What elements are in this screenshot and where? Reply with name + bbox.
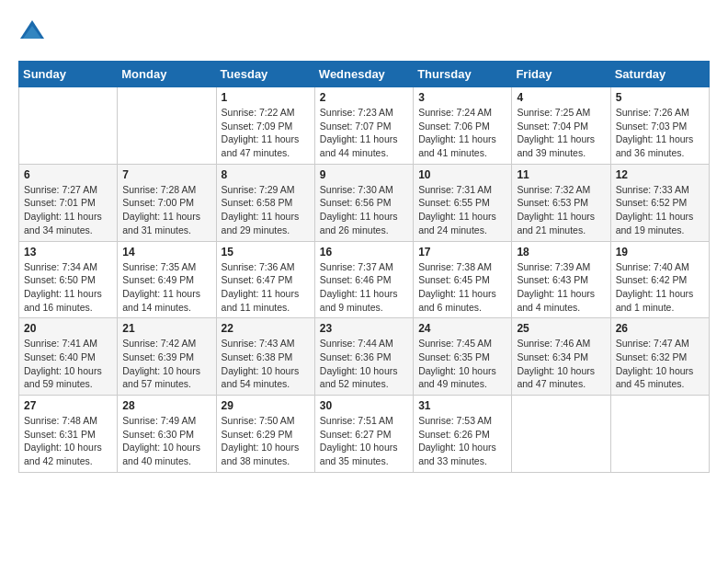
day-info: Sunrise: 7:48 AM Sunset: 6:31 PM Dayligh… [24, 414, 112, 468]
day-info: Sunrise: 7:43 AM Sunset: 6:38 PM Dayligh… [222, 337, 310, 391]
calendar-cell: 15Sunrise: 7:36 AM Sunset: 6:47 PM Dayli… [216, 241, 314, 318]
day-info: Sunrise: 7:32 AM Sunset: 6:53 PM Dayligh… [517, 183, 605, 237]
day-number: 30 [320, 399, 408, 412]
calendar-cell: 6Sunrise: 7:27 AM Sunset: 7:01 PM Daylig… [19, 164, 118, 241]
day-info: Sunrise: 7:34 AM Sunset: 6:50 PM Dayligh… [24, 260, 112, 315]
header-saturday: Saturday [610, 62, 709, 87]
day-number: 15 [222, 246, 310, 259]
header-thursday: Thursday [414, 62, 512, 87]
calendar-cell: 31Sunrise: 7:53 AM Sunset: 6:26 PM Dayli… [414, 396, 512, 473]
calendar-cell [19, 87, 118, 165]
day-number: 22 [222, 322, 310, 335]
day-info: Sunrise: 7:37 AM Sunset: 6:46 PM Dayligh… [320, 260, 408, 315]
header-monday: Monday [118, 62, 216, 87]
day-info: Sunrise: 7:50 AM Sunset: 6:29 PM Dayligh… [222, 414, 310, 468]
calendar-cell: 16Sunrise: 7:37 AM Sunset: 6:46 PM Dayli… [314, 241, 413, 318]
calendar-cell: 17Sunrise: 7:38 AM Sunset: 6:45 PM Dayli… [414, 241, 512, 318]
day-info: Sunrise: 7:53 AM Sunset: 6:26 PM Dayligh… [418, 414, 506, 468]
calendar-cell: 18Sunrise: 7:39 AM Sunset: 6:43 PM Dayli… [512, 241, 610, 318]
day-info: Sunrise: 7:47 AM Sunset: 6:32 PM Dayligh… [616, 337, 704, 391]
calendar-cell: 3Sunrise: 7:24 AM Sunset: 7:06 PM Daylig… [414, 87, 512, 165]
header-wednesday: Wednesday [314, 62, 413, 87]
day-number: 21 [122, 322, 210, 335]
calendar-cell: 29Sunrise: 7:50 AM Sunset: 6:29 PM Dayli… [216, 396, 314, 473]
day-info: Sunrise: 7:49 AM Sunset: 6:30 PM Dayligh… [122, 414, 210, 468]
day-info: Sunrise: 7:35 AM Sunset: 6:49 PM Dayligh… [122, 260, 210, 315]
day-info: Sunrise: 7:41 AM Sunset: 6:40 PM Dayligh… [24, 337, 112, 391]
day-info: Sunrise: 7:42 AM Sunset: 6:39 PM Dayligh… [122, 337, 210, 391]
day-number: 28 [122, 399, 210, 412]
calendar-cell: 1Sunrise: 7:22 AM Sunset: 7:09 PM Daylig… [216, 87, 314, 165]
day-info: Sunrise: 7:33 AM Sunset: 6:52 PM Dayligh… [616, 183, 704, 237]
day-number: 6 [24, 168, 112, 181]
day-info: Sunrise: 7:24 AM Sunset: 7:06 PM Dayligh… [418, 106, 506, 160]
day-number: 4 [517, 91, 605, 104]
day-info: Sunrise: 7:28 AM Sunset: 7:00 PM Dayligh… [122, 183, 210, 237]
day-number: 13 [24, 246, 112, 259]
day-number: 25 [517, 322, 605, 335]
day-number: 9 [320, 168, 408, 181]
day-number: 11 [517, 168, 605, 181]
logo [18, 18, 50, 46]
day-info: Sunrise: 7:45 AM Sunset: 6:35 PM Dayligh… [418, 337, 506, 391]
day-number: 18 [517, 246, 605, 259]
calendar-cell [610, 396, 709, 473]
day-info: Sunrise: 7:22 AM Sunset: 7:09 PM Dayligh… [222, 106, 310, 160]
calendar-header-row: SundayMondayTuesdayWednesdayThursdayFrid… [19, 62, 710, 87]
calendar-cell: 8Sunrise: 7:29 AM Sunset: 6:58 PM Daylig… [216, 164, 314, 241]
calendar-cell: 30Sunrise: 7:51 AM Sunset: 6:27 PM Dayli… [314, 396, 413, 473]
calendar-cell: 27Sunrise: 7:48 AM Sunset: 6:31 PM Dayli… [19, 396, 118, 473]
day-number: 16 [320, 246, 408, 259]
day-number: 19 [616, 246, 704, 259]
logo-icon [18, 18, 46, 46]
day-info: Sunrise: 7:27 AM Sunset: 7:01 PM Dayligh… [24, 183, 112, 237]
calendar-cell: 28Sunrise: 7:49 AM Sunset: 6:30 PM Dayli… [118, 396, 216, 473]
calendar-week-row: 27Sunrise: 7:48 AM Sunset: 6:31 PM Dayli… [19, 396, 710, 473]
calendar-cell: 20Sunrise: 7:41 AM Sunset: 6:40 PM Dayli… [19, 318, 118, 396]
calendar: SundayMondayTuesdayWednesdayThursdayFrid… [18, 61, 710, 473]
calendar-cell: 24Sunrise: 7:45 AM Sunset: 6:35 PM Dayli… [414, 318, 512, 396]
calendar-cell: 13Sunrise: 7:34 AM Sunset: 6:50 PM Dayli… [19, 241, 118, 318]
header-sunday: Sunday [19, 62, 118, 87]
day-number: 17 [418, 246, 506, 259]
day-number: 29 [222, 399, 310, 412]
day-info: Sunrise: 7:39 AM Sunset: 6:43 PM Dayligh… [517, 260, 605, 315]
calendar-cell: 5Sunrise: 7:26 AM Sunset: 7:03 PM Daylig… [610, 87, 709, 165]
day-number: 26 [616, 322, 704, 335]
day-number: 27 [24, 399, 112, 412]
day-number: 7 [122, 168, 210, 181]
header-tuesday: Tuesday [216, 62, 314, 87]
calendar-cell: 11Sunrise: 7:32 AM Sunset: 6:53 PM Dayli… [512, 164, 610, 241]
day-info: Sunrise: 7:29 AM Sunset: 6:58 PM Dayligh… [222, 183, 310, 237]
day-number: 1 [222, 91, 310, 104]
calendar-week-row: 13Sunrise: 7:34 AM Sunset: 6:50 PM Dayli… [19, 241, 710, 318]
day-info: Sunrise: 7:36 AM Sunset: 6:47 PM Dayligh… [222, 260, 310, 315]
day-number: 2 [320, 91, 408, 104]
day-number: 31 [418, 399, 506, 412]
calendar-cell [118, 87, 216, 165]
day-info: Sunrise: 7:38 AM Sunset: 6:45 PM Dayligh… [418, 260, 506, 315]
calendar-cell: 7Sunrise: 7:28 AM Sunset: 7:00 PM Daylig… [118, 164, 216, 241]
calendar-cell: 22Sunrise: 7:43 AM Sunset: 6:38 PM Dayli… [216, 318, 314, 396]
calendar-cell [512, 396, 610, 473]
calendar-week-row: 1Sunrise: 7:22 AM Sunset: 7:09 PM Daylig… [19, 87, 710, 165]
day-info: Sunrise: 7:51 AM Sunset: 6:27 PM Dayligh… [320, 414, 408, 468]
calendar-cell: 10Sunrise: 7:31 AM Sunset: 6:55 PM Dayli… [414, 164, 512, 241]
calendar-cell: 25Sunrise: 7:46 AM Sunset: 6:34 PM Dayli… [512, 318, 610, 396]
day-info: Sunrise: 7:40 AM Sunset: 6:42 PM Dayligh… [616, 260, 704, 315]
day-info: Sunrise: 7:44 AM Sunset: 6:36 PM Dayligh… [320, 337, 408, 391]
day-number: 14 [122, 246, 210, 259]
calendar-cell: 23Sunrise: 7:44 AM Sunset: 6:36 PM Dayli… [314, 318, 413, 396]
day-number: 23 [320, 322, 408, 335]
day-info: Sunrise: 7:46 AM Sunset: 6:34 PM Dayligh… [517, 337, 605, 391]
calendar-cell: 19Sunrise: 7:40 AM Sunset: 6:42 PM Dayli… [610, 241, 709, 318]
day-number: 20 [24, 322, 112, 335]
calendar-cell: 4Sunrise: 7:25 AM Sunset: 7:04 PM Daylig… [512, 87, 610, 165]
calendar-cell: 26Sunrise: 7:47 AM Sunset: 6:32 PM Dayli… [610, 318, 709, 396]
calendar-week-row: 6Sunrise: 7:27 AM Sunset: 7:01 PM Daylig… [19, 164, 710, 241]
calendar-cell: 21Sunrise: 7:42 AM Sunset: 6:39 PM Dayli… [118, 318, 216, 396]
day-number: 24 [418, 322, 506, 335]
day-number: 5 [616, 91, 704, 104]
day-number: 12 [616, 168, 704, 181]
day-number: 8 [222, 168, 310, 181]
